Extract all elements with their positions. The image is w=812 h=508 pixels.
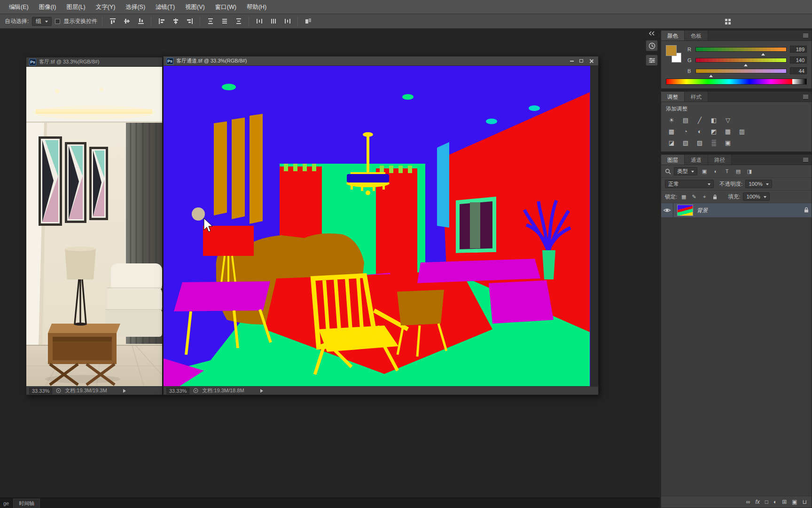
menu-view[interactable]: 视图(V) (180, 0, 210, 14)
filter-shape-layers-icon[interactable]: ▤ (734, 167, 742, 175)
restore-icon[interactable] (579, 59, 583, 63)
opacity-field[interactable]: 100% (745, 180, 772, 188)
distribute-right-icon[interactable] (282, 16, 293, 26)
distribute-bottom-icon[interactable] (233, 16, 244, 26)
align-top-icon[interactable] (107, 16, 118, 26)
black-white-icon[interactable]: ◐ (694, 127, 705, 136)
selective-color-icon[interactable]: ▣ (722, 138, 734, 147)
color-balance-icon[interactable]: ◔ (680, 127, 691, 136)
document-window-channel[interactable]: Ps 客厅通道.tif @ 33.3%(RGB/8#) (163, 56, 599, 395)
properties-panel-icon[interactable] (646, 55, 658, 66)
blue-slider[interactable] (695, 69, 787, 73)
zoom-level-field[interactable]: 33.33% (166, 388, 189, 394)
align-left-icon[interactable] (156, 16, 167, 26)
tab-channels[interactable]: 通道 (685, 155, 708, 165)
distribute-top-icon[interactable] (205, 16, 216, 26)
panel-menu-icon[interactable] (803, 158, 808, 161)
hue-saturation-icon[interactable]: ▩ (666, 127, 677, 136)
new-adjustment-layer-icon[interactable]: ◐ (773, 499, 777, 505)
lock-pixels-icon[interactable]: ✎ (690, 193, 698, 200)
filter-pixel-layers-icon[interactable]: ▣ (700, 167, 709, 175)
lock-transparency-icon[interactable]: ▦ (680, 193, 687, 200)
layer-style-icon[interactable]: fx (755, 499, 759, 505)
panel-grid-icon[interactable] (722, 16, 733, 26)
menu-select[interactable]: 选择(S) (120, 0, 150, 14)
tab-styles[interactable]: 样式 (685, 92, 708, 102)
align-vertical-center-icon[interactable] (121, 16, 132, 26)
menu-type[interactable]: 文字(Y) (91, 0, 121, 14)
red-slider[interactable] (695, 47, 787, 52)
lock-all-icon[interactable] (711, 193, 718, 200)
distribute-vertical-center-icon[interactable] (219, 16, 230, 26)
slider-thumb[interactable] (709, 73, 713, 77)
panel-menu-icon[interactable] (803, 34, 808, 37)
document-window-living-room[interactable]: Ps 客厅.tif @ 33.3%(RGB/8#) (26, 57, 163, 395)
photo-canvas[interactable] (26, 67, 162, 386)
tab-color[interactable]: 颜色 (661, 31, 685, 40)
slider-thumb[interactable] (744, 62, 748, 66)
lock-position-icon[interactable]: + (701, 193, 708, 200)
menu-layer[interactable]: 图层(L) (61, 0, 90, 14)
document-titlebar[interactable]: Ps 客厅.tif @ 33.3%(RGB/8#) (26, 57, 162, 67)
tab-paths[interactable]: 路径 (708, 155, 732, 165)
posterize-icon[interactable]: ▧ (680, 138, 691, 147)
menu-filter[interactable]: 滤镜(T) (150, 0, 180, 14)
layer-name[interactable]: 背景 (697, 207, 708, 214)
distribute-left-icon[interactable] (254, 16, 265, 26)
history-panel-icon[interactable] (646, 40, 658, 51)
align-horizontal-center-icon[interactable] (170, 16, 181, 26)
tab-swatches[interactable]: 色板 (685, 31, 708, 40)
add-layer-mask-icon[interactable]: □ (765, 499, 768, 505)
menu-image[interactable]: 图像(I) (34, 0, 62, 14)
align-bottom-icon[interactable] (135, 16, 146, 26)
link-layers-icon[interactable]: ∞ (746, 499, 750, 505)
auto-align-layers-icon[interactable] (303, 16, 313, 26)
menu-help[interactable]: 帮助(H) (242, 0, 272, 14)
blend-mode-dropdown[interactable]: 正常 (665, 180, 714, 188)
gradient-map-icon[interactable]: ▒ (708, 138, 719, 147)
slider-thumb[interactable] (761, 51, 765, 56)
brightness-contrast-icon[interactable]: ☀ (666, 115, 677, 125)
menu-edit[interactable]: 编辑(E) (4, 0, 34, 14)
green-value-field[interactable]: 140 (790, 56, 807, 64)
timeline-tab[interactable]: 时间轴 (13, 499, 40, 508)
panel-menu-icon[interactable] (803, 95, 808, 98)
filter-adjustment-layers-icon[interactable]: ◐ (711, 167, 720, 175)
tab-adjustments[interactable]: 调整 (661, 92, 685, 102)
channel-mixer-icon[interactable]: ▦ (722, 127, 734, 136)
color-spectrum-ramp[interactable] (666, 79, 807, 85)
filter-type-dropdown[interactable]: 类型 (674, 167, 697, 175)
filter-type-layers-icon[interactable]: T (723, 167, 731, 175)
vibrance-icon[interactable]: ▽ (722, 115, 734, 125)
red-value-field[interactable]: 189 (790, 46, 807, 53)
menu-window[interactable]: 窗口(W) (210, 0, 242, 14)
green-slider[interactable] (695, 58, 787, 63)
align-right-icon[interactable] (184, 16, 195, 26)
channel-canvas[interactable] (164, 66, 598, 386)
threshold-icon[interactable]: ▨ (694, 138, 705, 147)
layer-row-background[interactable]: 背景 (661, 203, 812, 217)
zoom-level-field[interactable]: 33.33% (29, 388, 52, 394)
new-group-icon[interactable]: ⊞ (782, 499, 787, 505)
show-transform-checkbox[interactable] (55, 19, 60, 24)
document-titlebar[interactable]: Ps 客厅通道.tif @ 33.3%(RGB/8#) (164, 56, 598, 66)
levels-icon[interactable]: ▤ (680, 115, 691, 125)
auto-select-dropdown[interactable]: 组 (32, 17, 52, 26)
blue-value-field[interactable]: 44 (790, 67, 807, 74)
fill-field[interactable]: 100% (743, 192, 769, 201)
filter-smart-objects-icon[interactable]: ◨ (745, 167, 754, 175)
close-icon[interactable] (589, 59, 593, 64)
curves-icon[interactable]: ╱ (694, 115, 705, 125)
tab-layers[interactable]: 图层 (661, 155, 685, 165)
photo-filter-icon[interactable]: ◩ (708, 127, 719, 136)
status-options-arrow-icon[interactable] (260, 389, 263, 393)
visibility-toggle[interactable] (661, 203, 673, 217)
status-options-arrow-icon[interactable] (123, 389, 126, 393)
distribute-horizontal-center-icon[interactable] (268, 16, 279, 26)
delete-layer-icon[interactable]: ⊔ (803, 499, 807, 505)
foreground-color-swatch[interactable] (666, 45, 677, 56)
color-lookup-icon[interactable]: ▥ (736, 127, 748, 136)
exposure-icon[interactable]: ◧ (708, 115, 719, 125)
expand-panels-icon[interactable] (646, 30, 658, 37)
minimize-icon[interactable] (570, 61, 574, 62)
